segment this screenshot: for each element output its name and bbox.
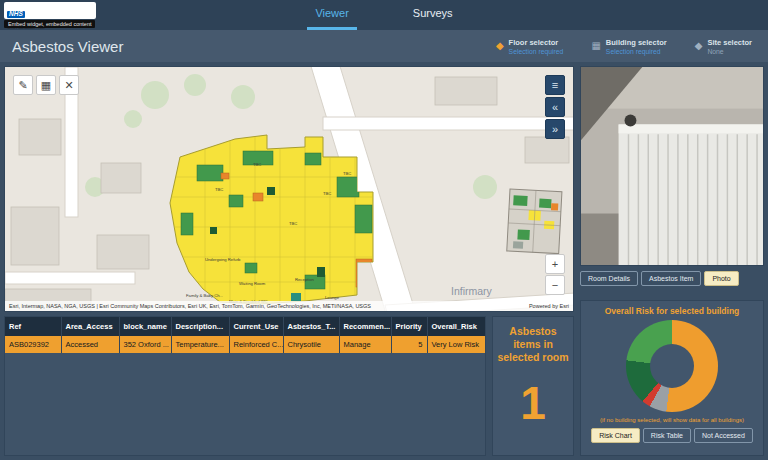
column-header[interactable]: Asbestos_T... bbox=[283, 317, 339, 336]
list-icon: ≡ bbox=[552, 79, 558, 91]
collapse-left-button[interactable]: « bbox=[545, 97, 565, 117]
zoom-in-button[interactable]: + bbox=[545, 254, 565, 274]
pencil-icon: ✎ bbox=[18, 79, 27, 92]
page-title: Asbestos Viewer bbox=[12, 38, 123, 55]
table-cell: Accessed bbox=[61, 336, 119, 353]
risk-donut-wrap bbox=[585, 320, 759, 412]
table-header-row: RefArea_Accessblock_nameDescription...Cu… bbox=[5, 317, 486, 336]
room-count-panel: Asbestos items in selected room 1 bbox=[492, 316, 574, 456]
table-row[interactable]: ASB029392Accessed352 Oxford ...Temperatu… bbox=[5, 336, 486, 353]
top-bar: ViewerSurveys bbox=[0, 0, 768, 30]
layer-list-button[interactable]: ≡ bbox=[545, 75, 565, 95]
plus-icon: + bbox=[552, 258, 558, 270]
column-header[interactable]: Ref bbox=[5, 317, 61, 336]
nhs-logo: NHS Manchester University NHS Foundation… bbox=[4, 2, 96, 19]
risk-panel-title: Overall Risk for selected building bbox=[585, 306, 759, 316]
column-header[interactable]: Overall_Risk bbox=[427, 317, 486, 336]
collapse-right-button[interactable]: » bbox=[545, 119, 565, 139]
collapse-left-icon: « bbox=[552, 101, 558, 113]
column-header[interactable]: block_name bbox=[119, 317, 171, 336]
tab-viewer[interactable]: Viewer bbox=[307, 0, 356, 30]
table-cell: 5 bbox=[391, 336, 427, 353]
site-selector-icon: ◆ bbox=[695, 41, 703, 51]
map-panel: TBCTBCTBCTBCTBCUndergoing RefurbWaiting … bbox=[4, 66, 574, 312]
tab-room-details[interactable]: Room Details bbox=[580, 271, 638, 286]
selector-value: None bbox=[707, 48, 752, 55]
column-header[interactable]: Current_Use bbox=[229, 317, 283, 336]
photo-tabs: Room DetailsAsbestos ItemPhoto bbox=[580, 271, 764, 286]
table-cell: ASB029392 bbox=[5, 336, 61, 353]
table-cell: Very Low Risk bbox=[427, 336, 486, 353]
close-tool-button[interactable]: ✕ bbox=[59, 75, 79, 95]
attribution-text: Esri, Intermap, NASA, NGA, USGS | Esri C… bbox=[9, 303, 371, 309]
selector-value: Selection required bbox=[606, 48, 667, 55]
asbestos-viewer-app: ViewerSurveys NHS Manchester University … bbox=[0, 0, 768, 460]
widget-tool-button[interactable]: ▦ bbox=[36, 75, 56, 95]
room-count-label: Asbestos items in selected room bbox=[497, 325, 569, 364]
zoom-control: + − bbox=[545, 254, 565, 295]
site-selector[interactable]: ◆Site selectorNone bbox=[695, 38, 752, 55]
column-header[interactable]: Recommen... bbox=[339, 317, 391, 336]
powered-by-esri: Powered by Esri bbox=[529, 303, 569, 309]
floor-selector[interactable]: ◆Floor selectorSelection required bbox=[496, 38, 564, 55]
asbestos-photo bbox=[580, 66, 764, 266]
table-cell: 352 Oxford ... bbox=[119, 336, 171, 353]
map-toolbar-right: ≡ « » bbox=[545, 75, 565, 139]
tab-asbestos-item[interactable]: Asbestos Item bbox=[641, 271, 701, 286]
selector-label: Floor selector bbox=[509, 38, 564, 47]
zoom-out-button[interactable]: − bbox=[545, 275, 565, 295]
tab-surveys[interactable]: Surveys bbox=[405, 0, 461, 30]
asbestos-table-panel: RefArea_Accessblock_nameDescription...Cu… bbox=[4, 316, 486, 456]
column-header[interactable]: Area_Access bbox=[61, 317, 119, 336]
table-body: ASB029392Accessed352 Oxford ...Temperatu… bbox=[5, 336, 486, 353]
risk-buttons: Risk ChartRisk TableNot Accessed bbox=[585, 428, 759, 443]
map-canvas[interactable] bbox=[5, 67, 574, 312]
risk-panel: Overall Risk for selected building (if n… bbox=[580, 300, 764, 456]
map-toolbar-left: ✎ ▦ ✕ bbox=[13, 75, 79, 95]
close-icon: ✕ bbox=[64, 79, 73, 92]
asbestos-table: RefArea_Accessblock_nameDescription...Cu… bbox=[5, 317, 486, 353]
embed-widget-tooltip: Embed widget, embedded content bbox=[4, 20, 95, 28]
column-header[interactable]: Description... bbox=[171, 317, 229, 336]
column-header[interactable]: Priority bbox=[391, 317, 427, 336]
table-cell: Chrysotile bbox=[283, 336, 339, 353]
building-selector[interactable]: ▦Building selectorSelection required bbox=[591, 38, 666, 55]
widget-icon: ▦ bbox=[41, 79, 51, 92]
collapse-right-icon: » bbox=[552, 123, 558, 135]
risk-donut-hole bbox=[650, 344, 694, 388]
table-cell: Manage bbox=[339, 336, 391, 353]
tab-photo[interactable]: Photo bbox=[704, 271, 738, 286]
room-count-value: 1 bbox=[520, 376, 546, 430]
button-not-accessed[interactable]: Not Accessed bbox=[694, 428, 753, 443]
risk-panel-note: (if no building selected, will show data… bbox=[585, 417, 759, 423]
draw-tool-button[interactable]: ✎ bbox=[13, 75, 33, 95]
title-bar: Asbestos Viewer ◆Floor selectorSelection… bbox=[0, 30, 768, 62]
selectors: ◆Floor selectorSelection required▦Buildi… bbox=[496, 38, 752, 55]
button-risk-chart[interactable]: Risk Chart bbox=[591, 428, 640, 443]
selector-label: Building selector bbox=[606, 38, 667, 47]
selector-value: Selection required bbox=[509, 48, 564, 55]
floor-selector-icon: ◆ bbox=[496, 41, 504, 51]
view-tabs: ViewerSurveys bbox=[0, 0, 768, 30]
photo-panel: Room DetailsAsbestos ItemPhoto bbox=[580, 66, 764, 294]
table-cell: Temperature... bbox=[171, 336, 229, 353]
risk-donut[interactable] bbox=[626, 320, 718, 412]
building-selector-icon: ▦ bbox=[591, 41, 600, 51]
button-risk-table[interactable]: Risk Table bbox=[643, 428, 691, 443]
map-attribution: Esri, Intermap, NASA, NGA, USGS | Esri C… bbox=[5, 301, 573, 311]
minus-icon: − bbox=[552, 279, 558, 291]
nhs-logo-icon: NHS bbox=[7, 11, 25, 18]
selector-label: Site selector bbox=[707, 38, 752, 47]
table-cell: Reinforced C... bbox=[229, 336, 283, 353]
